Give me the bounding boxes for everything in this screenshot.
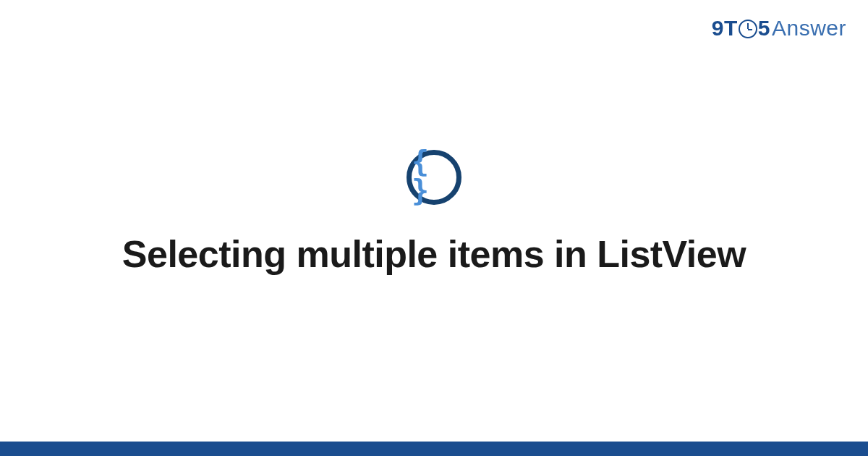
question-title: Selecting multiple items in ListView (122, 232, 746, 276)
category-icon-circle: { } (407, 150, 461, 205)
main-content: { } Selecting multiple items in ListView (0, 0, 868, 456)
code-braces-icon: { } (412, 147, 456, 205)
footer-accent-bar (0, 442, 868, 456)
